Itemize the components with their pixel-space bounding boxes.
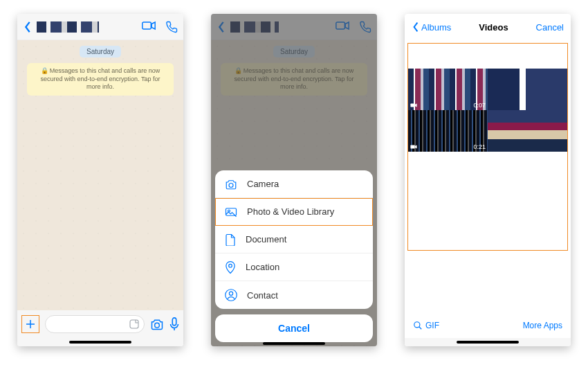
- more-apps-button[interactable]: More Apps: [523, 321, 562, 330]
- modal-backdrop[interactable]: Camera Photo & Video Library Document Lo…: [211, 14, 377, 346]
- svg-rect-0: [143, 22, 151, 29]
- sheet-option-label: Document: [246, 234, 286, 244]
- phone-chat-screen: Saturday 🔒Messages to this chat and call…: [17, 14, 183, 346]
- home-indicator: [405, 338, 571, 346]
- encryption-notice[interactable]: 🔒Messages to this chat and calls are now…: [27, 63, 173, 96]
- svg-marker-18: [415, 145, 417, 149]
- svg-rect-6: [172, 318, 176, 326]
- video-thumbnail[interactable]: 0:07: [408, 69, 488, 110]
- picker-footer: GIF More Apps: [405, 313, 571, 338]
- picker-cancel-button[interactable]: Cancel: [536, 22, 564, 33]
- svg-point-5: [155, 323, 160, 328]
- voice-call-icon[interactable]: [165, 21, 178, 33]
- sheet-option-label: Location: [246, 262, 279, 272]
- phone-video-picker-screen: Albums Videos Cancel 0:07 0:21: [405, 14, 571, 346]
- back-icon[interactable]: [23, 21, 33, 33]
- phone-action-sheet-screen: Saturday 🔒Messages to this chat and call…: [211, 14, 377, 346]
- chat-header: [17, 14, 183, 40]
- day-separator: Saturday: [80, 46, 121, 57]
- svg-rect-4: [130, 320, 138, 328]
- svg-rect-17: [410, 145, 414, 149]
- lock-icon: 🔒: [41, 67, 48, 74]
- svg-point-9: [229, 183, 233, 187]
- picker-header: Albums Videos Cancel: [405, 14, 571, 40]
- microphone-icon[interactable]: [169, 317, 179, 331]
- sheet-option-label: Contact: [247, 290, 278, 301]
- attachment-action-sheet: Camera Photo & Video Library Document Lo…: [215, 170, 373, 309]
- sticker-icon[interactable]: [129, 319, 140, 330]
- svg-line-20: [419, 327, 422, 330]
- picker-back-button[interactable]: Albums: [412, 21, 451, 33]
- sheet-option-label: Photo & Video Library: [247, 206, 334, 217]
- chat-input-bar: [17, 310, 183, 338]
- home-indicator: [17, 338, 183, 346]
- video-grid-highlight: 0:07 0:21: [407, 43, 568, 251]
- video-thumbnail[interactable]: 0:21: [408, 110, 488, 152]
- svg-point-12: [229, 264, 232, 267]
- contact-avatar-name[interactable]: [37, 21, 99, 33]
- sheet-option-contact[interactable]: Contact: [215, 281, 373, 309]
- sheet-option-document[interactable]: Document: [215, 226, 373, 253]
- message-input[interactable]: [45, 315, 145, 333]
- home-indicator: [263, 342, 325, 345]
- sheet-cancel-button[interactable]: Cancel: [215, 314, 373, 342]
- sheet-option-label: Camera: [247, 179, 279, 189]
- sheet-option-photo-video-library[interactable]: Photo & Video Library: [215, 198, 373, 226]
- camera-icon[interactable]: [150, 318, 164, 330]
- video-thumbnail[interactable]: [488, 110, 567, 152]
- svg-point-19: [414, 322, 420, 328]
- sheet-option-camera[interactable]: Camera: [215, 170, 373, 198]
- video-call-icon[interactable]: [142, 21, 156, 33]
- svg-marker-1: [151, 22, 155, 29]
- chat-body: Saturday 🔒Messages to this chat and call…: [17, 40, 183, 310]
- attach-button[interactable]: [21, 315, 39, 333]
- video-thumbnail[interactable]: [488, 69, 567, 110]
- sheet-option-location[interactable]: Location: [215, 253, 373, 281]
- svg-point-14: [229, 292, 232, 295]
- picker-title: Videos: [479, 22, 508, 33]
- svg-rect-15: [410, 104, 414, 107]
- video-grid: 0:07 0:21: [405, 40, 571, 313]
- svg-marker-16: [415, 104, 417, 107]
- gif-search-button[interactable]: GIF: [413, 321, 439, 330]
